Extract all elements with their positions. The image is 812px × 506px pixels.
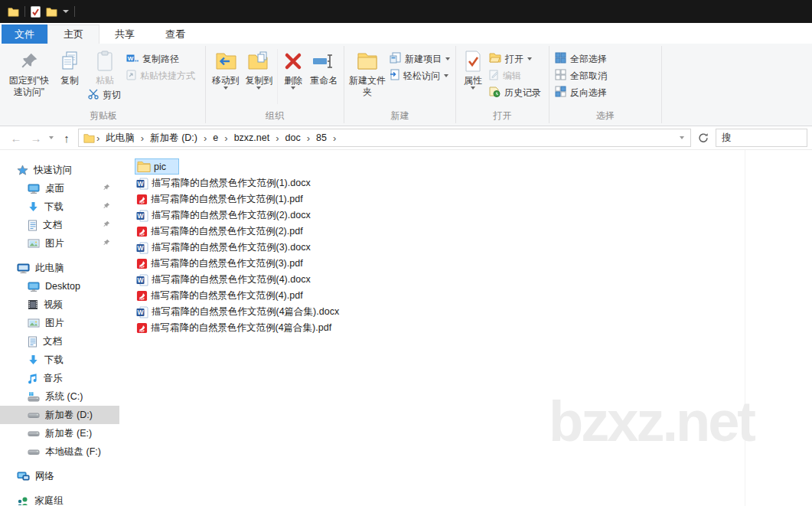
crumb-bzxz[interactable]: bzxz.net — [230, 132, 275, 143]
sidebar-section-network[interactable]: 网络 — [0, 467, 119, 485]
sidebar-item-music[interactable]: 音乐 — [0, 369, 119, 387]
address-bar: ← → ↑ › 此电脑 › 新加卷 (D:) › e › bzxz.net › … — [0, 126, 812, 150]
sidebar-item-videos[interactable]: 视频 — [0, 295, 119, 314]
pdf-icon: PDF — [136, 290, 148, 302]
sidebar-item-desktop-pc[interactable]: Desktop — [0, 277, 119, 295]
sidebar-item-desktop[interactable]: 桌面 — [0, 179, 119, 198]
tab-share[interactable]: 共享 — [99, 24, 150, 44]
qat-new-folder-icon[interactable] — [46, 7, 57, 17]
new-item-button[interactable]: 新建项目 — [387, 51, 452, 67]
qat-properties-icon[interactable] — [31, 6, 41, 18]
drive-icon — [28, 410, 40, 421]
file-row[interactable]: PDF 描写霜降的自然景色作文范例(2).pdf — [119, 224, 812, 240]
word-icon: W — [136, 210, 148, 222]
file-name: 描写霜降的自然景色作文范例(1).docx — [152, 177, 311, 190]
open-button[interactable]: 打开 — [487, 51, 543, 67]
file-name: 描写霜降的自然景色作文范例(4篇合集).docx — [152, 305, 339, 318]
breadcrumb[interactable]: › 此电脑 › 新加卷 (D:) › e › bzxz.net › doc › … — [78, 129, 691, 147]
cut-button[interactable]: 剪切 — [86, 87, 124, 103]
open-dropdown-icon[interactable] — [527, 57, 532, 60]
move-to-button[interactable]: 移动到 — [209, 46, 243, 90]
sidebar-item-downloads-pc[interactable]: 下载 — [0, 351, 119, 369]
move-to-dropdown-icon[interactable] — [223, 87, 228, 90]
crumb-drive-d[interactable]: 新加卷 (D:) — [145, 132, 202, 145]
easy-access-dropdown-icon[interactable] — [444, 74, 448, 77]
sidebar-item-drive-d[interactable]: 新加卷 (D:) — [0, 406, 119, 424]
select-none-button[interactable]: 全部取消 — [553, 67, 609, 84]
sidebar-item-drive-e[interactable]: 新加卷 (E:) — [0, 424, 119, 442]
recent-locations-chevron-icon[interactable] — [49, 136, 54, 139]
sidebar-label: 此电脑 — [35, 262, 64, 275]
sidebar-item-documents-pc[interactable]: 文档 — [0, 332, 119, 351]
select-none-label: 全部取消 — [570, 70, 607, 83]
back-button[interactable]: ← — [8, 132, 24, 145]
file-row[interactable]: W 描写霜降的自然景色作文范例(4).docx — [119, 272, 812, 288]
pdf-icon: PDF — [136, 226, 148, 237]
forward-button[interactable]: → — [28, 132, 44, 145]
file-row[interactable]: PDF 描写霜降的自然景色作文范例(4).pdf — [119, 288, 812, 304]
sidebar-item-drive-f[interactable]: 本地磁盘 (F:) — [0, 442, 119, 461]
svg-text:PDF: PDF — [139, 201, 145, 204]
svg-text:PDF: PDF — [139, 298, 145, 301]
new-item-dropdown-icon[interactable] — [445, 57, 450, 60]
address-dropdown-chevron-icon[interactable] — [680, 136, 684, 139]
tab-file[interactable]: 文件 — [2, 24, 47, 44]
invert-selection-button[interactable]: 反向选择 — [553, 84, 609, 101]
tab-home[interactable]: 主页 — [47, 24, 99, 44]
new-folder-icon — [357, 47, 378, 75]
sidebar-item-drive-c[interactable]: 系统 (C:) — [0, 387, 119, 406]
sidebar-item-pictures-pc[interactable]: 图片 — [0, 314, 119, 332]
properties-button[interactable]: 属性 — [459, 46, 487, 90]
sidebar-section-homegroup[interactable]: 家庭组 — [0, 491, 119, 506]
file-row[interactable]: PDF 描写霜降的自然景色作文范例(1).pdf — [119, 191, 812, 207]
delete-dropdown-icon[interactable] — [291, 87, 295, 90]
new-folder-button[interactable]: 新建文件夹 — [347, 46, 387, 98]
sidebar-item-pictures[interactable]: 图片 — [0, 234, 119, 253]
tab-view[interactable]: 查看 — [150, 24, 201, 44]
file-row[interactable]: W 描写霜降的自然景色作文范例(3).docx — [119, 240, 812, 256]
watermark: bzxz.net — [549, 389, 754, 454]
copy-button[interactable]: 复制 — [54, 46, 86, 87]
ribbon-group-new: 新建文件夹 新建项目 轻松访问 新建 — [344, 44, 455, 126]
crumb-e[interactable]: e — [208, 132, 223, 143]
file-row[interactable]: PDF 描写霜降的自然景色作文范例(3).pdf — [119, 256, 812, 272]
search-input[interactable]: 搜 — [716, 129, 807, 147]
history-icon — [489, 86, 501, 100]
sidebar-item-documents[interactable]: 文档 — [0, 216, 119, 234]
crumb-separator: › — [224, 132, 227, 144]
svg-text:W: W — [137, 212, 144, 220]
paste-button[interactable]: 粘贴 — [86, 46, 124, 87]
copy-to-button[interactable]: 复制到 — [243, 46, 276, 90]
copy-path-button[interactable]: W 复制路径 — [124, 51, 197, 67]
qat-customize-chevron-icon[interactable] — [63, 10, 69, 13]
file-row[interactable]: PDF 描写霜降的自然景色作文范例(4篇合集).pdf — [119, 320, 812, 336]
easy-access-button[interactable]: 轻松访问 — [387, 67, 452, 84]
up-button[interactable]: ↑ — [58, 132, 75, 145]
sidebar-item-downloads[interactable]: 下载 — [0, 198, 119, 216]
pin-to-quick-access-button[interactable]: 固定到"快速访问" — [5, 46, 54, 98]
paste-shortcut-button[interactable]: 粘贴快捷方式 — [124, 67, 197, 84]
file-row[interactable]: W 描写霜降的自然景色作文范例(4篇合集).docx — [119, 304, 812, 320]
sidebar-label: 网络 — [35, 470, 54, 483]
explorer-app-icon[interactable] — [8, 7, 19, 17]
move-to-label: 移动到 — [212, 75, 240, 87]
crumb-this-pc[interactable]: 此电脑 — [101, 132, 139, 145]
file-row[interactable]: W 描写霜降的自然景色作文范例(2).docx — [119, 207, 812, 224]
select-all-button[interactable]: 全部选择 — [553, 51, 609, 67]
crumb-85[interactable]: 85 — [311, 132, 331, 143]
rename-button[interactable]: 重命名 — [307, 46, 341, 87]
sidebar-section-quick-access[interactable]: 快速访问 — [0, 161, 119, 179]
history-button[interactable]: 历史记录 — [487, 84, 543, 101]
file-row[interactable]: W 描写霜降的自然景色作文范例(1).docx — [119, 175, 812, 191]
crumb-doc[interactable]: doc — [281, 132, 305, 143]
crumb-separator: › — [96, 132, 99, 144]
edit-button[interactable]: 编辑 — [487, 67, 543, 84]
copy-to-dropdown-icon[interactable] — [256, 87, 261, 90]
downloads-icon — [28, 201, 39, 213]
file-row-folder-pic[interactable]: pic — [119, 158, 812, 175]
delete-button[interactable]: 删除 — [279, 46, 307, 90]
properties-dropdown-icon[interactable] — [471, 87, 475, 90]
refresh-button[interactable] — [694, 129, 713, 147]
documents-icon — [28, 336, 38, 348]
sidebar-section-this-pc[interactable]: 此电脑 — [0, 259, 119, 277]
